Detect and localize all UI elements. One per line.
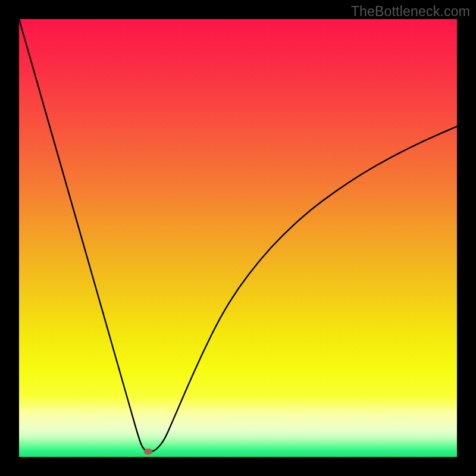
bottleneck-curve xyxy=(19,19,457,457)
attribution-label: TheBottleneck.com xyxy=(351,4,470,20)
chart-container: TheBottleneck.com xyxy=(0,0,476,476)
optimal-marker xyxy=(144,449,152,455)
plot-area xyxy=(19,19,457,457)
